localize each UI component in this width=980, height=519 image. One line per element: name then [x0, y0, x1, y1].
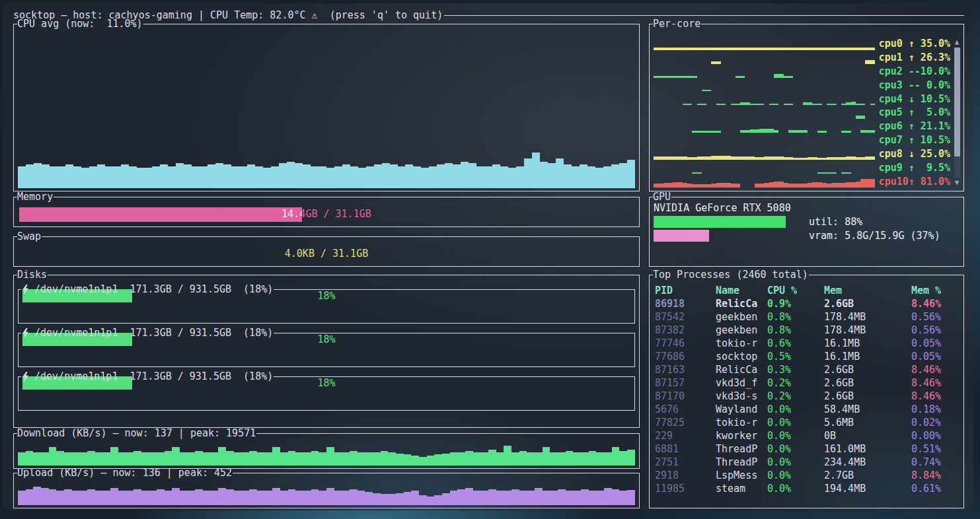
process-row[interactable]: 77686socktop0.5%16.1MB0.05%	[655, 350, 960, 363]
memory-panel-header: Memory	[13, 190, 640, 203]
cpu-history-bar	[445, 163, 453, 188]
scrollbar-track[interactable]	[954, 48, 960, 178]
core-spark-bar	[673, 48, 677, 50]
upload-history-bar	[473, 491, 481, 505]
core-usage-value: 35.0%	[921, 37, 950, 50]
cpu-history-bar	[81, 168, 89, 188]
core-spark-bar	[812, 104, 817, 106]
process-row[interactable]: 87382geekben0.8%178.4MB0.56%	[655, 324, 960, 337]
download-history-bar	[527, 452, 535, 466]
gpu-util-row: util: 88%	[654, 215, 960, 228]
core-spark-bar	[846, 131, 850, 133]
upload-history-bar	[589, 491, 597, 505]
core-spark-bar	[663, 48, 668, 50]
process-cpu-percent: 0.2%	[767, 390, 824, 403]
download-history-bar	[241, 452, 249, 466]
core-spark-bar	[841, 172, 846, 174]
process-row[interactable]: 5676Wayland0.0%58.4MB0.18%	[655, 403, 960, 416]
upload-history-bar	[87, 489, 95, 505]
cpu-history-bar	[342, 164, 350, 188]
gpu-vram-label: vram: 5.8G/15.9G (37%)	[809, 229, 940, 242]
process-row[interactable]: 77746tokio-r0.6%16.1MB0.05%	[655, 337, 960, 350]
download-panel-title: Download (KB/s) — now: 137 | peak: 19571	[17, 427, 256, 440]
process-row[interactable]: 87163RelicCa0.3%2.6GB8.46%	[655, 363, 960, 376]
download-history-bar	[334, 452, 342, 466]
process-name: vkd3d-s	[716, 390, 767, 403]
core-sparkline-cpu5	[654, 106, 875, 119]
process-cpu-percent: 0.8%	[767, 324, 824, 337]
cpu-history-bar	[271, 166, 279, 188]
download-history-bar	[511, 452, 519, 466]
core-spark-bar	[654, 48, 658, 50]
download-history-bar	[157, 452, 165, 466]
core-spark-bar	[803, 184, 808, 188]
core-spark-bar	[750, 156, 755, 160]
cpu-history-bar	[176, 163, 184, 188]
download-history-bar	[504, 446, 511, 466]
process-row[interactable]: 229kworker0.0%0B0.00%	[655, 429, 960, 442]
per-core-scrollbar[interactable]: ▲ ▼	[953, 38, 961, 187]
download-history-bar	[288, 451, 296, 466]
core-spark-bar	[846, 156, 850, 160]
core-spark-bar	[784, 157, 788, 160]
upload-history-bar	[326, 488, 334, 505]
core-spark-bar	[846, 102, 850, 106]
process-row[interactable]: 87157vkd3d_f0.2%2.6GB8.46%	[655, 376, 960, 390]
cpu-history-bar	[548, 163, 556, 188]
process-cpu-percent: 0.0%	[767, 429, 824, 442]
process-cpu-percent: 0.0%	[767, 403, 824, 416]
core-spark-bar	[865, 60, 870, 64]
upload-history-bar	[56, 491, 64, 505]
cpu-history-bar	[97, 164, 105, 188]
core-spark-bar	[697, 131, 702, 133]
download-history-bar	[319, 452, 326, 466]
process-row[interactable]: 87170vkd3d-s0.2%2.6GB8.46%	[655, 390, 960, 403]
process-pid: 2918	[655, 469, 716, 482]
core-row-cpu6: cpu6↑21.1%	[654, 120, 950, 133]
process-row[interactable]: 86918RelicCa0.9%2.6GB8.46%	[655, 297, 960, 310]
download-history-bar	[257, 452, 265, 466]
core-spark-bar	[798, 130, 802, 133]
core-spark-bar	[755, 104, 759, 106]
core-spark-bar	[663, 156, 668, 160]
download-history-bar	[133, 451, 141, 466]
upload-history-bar	[311, 489, 319, 505]
core-spark-bar	[731, 156, 735, 160]
scrollbar-thumb[interactable]	[954, 48, 960, 156]
disk-title: /dev/nvme1n1p1 171.3GB / 931.5GB (18%)	[34, 326, 274, 339]
core-spark-bar	[784, 76, 788, 78]
download-history-bar	[295, 452, 303, 466]
upload-history-bar	[295, 491, 303, 505]
process-row[interactable]: 87542geekben0.8%178.4MB0.56%	[655, 310, 960, 324]
process-row[interactable]: 77825tokio-r0.0%5.6MB0.02%	[655, 416, 960, 429]
upload-history-bar	[543, 491, 550, 505]
process-mem-percent: 0.74%	[911, 456, 960, 469]
process-row[interactable]: 11985steam0.0%194.4MB0.61%	[655, 482, 960, 495]
upload-history-bar	[203, 491, 211, 505]
core-spark-bar	[788, 130, 793, 133]
cpu-history-bar	[200, 166, 207, 188]
core-spark-bar	[731, 184, 735, 188]
core-spark-bar	[711, 131, 716, 133]
core-spark-bar	[668, 48, 673, 50]
process-mem-percent: 0.05%	[911, 337, 960, 350]
download-history-bar	[581, 452, 589, 466]
core-row-cpu10: cpu10↑81.0%	[654, 174, 950, 188]
process-pid: 87542	[655, 310, 716, 324]
process-row[interactable]: 6881ThreadP0.0%161.0MB0.51%	[655, 442, 960, 456]
scroll-up-icon[interactable]: ▲	[955, 38, 960, 46]
border-segment	[18, 376, 21, 377]
upload-history-bar	[381, 494, 389, 505]
scroll-down-icon[interactable]: ▼	[955, 179, 960, 187]
per-core-panel-header: Per-core	[649, 17, 964, 30]
core-spark-bar	[745, 48, 749, 50]
process-row[interactable]: 2751ThreadP0.0%234.4MB0.74%	[655, 456, 960, 469]
core-spark-bar	[683, 156, 687, 160]
core-spark-bar	[697, 104, 702, 106]
cpu-history-bar	[326, 168, 334, 188]
cpu-history-bar	[145, 168, 153, 188]
process-row[interactable]: 2918LspMess0.0%2.7GB8.84%	[655, 469, 960, 482]
process-mem-percent: 0.00%	[911, 429, 960, 442]
core-spark-bar	[784, 104, 788, 106]
upload-history-bar	[388, 494, 396, 505]
